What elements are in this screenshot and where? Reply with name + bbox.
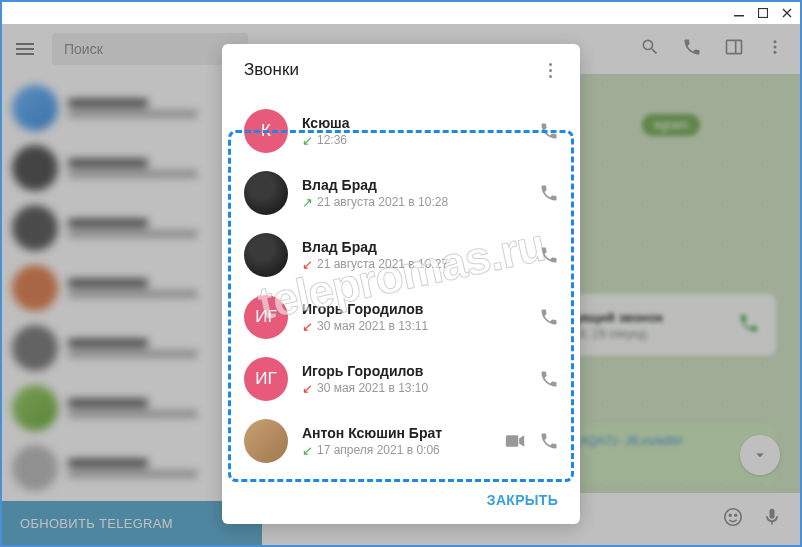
call-item[interactable]: ИГИгорь Городилов↙30 мая 2021 в 13:10 xyxy=(222,348,580,410)
call-info: Влад Брад↗21 августа 2021 в 10:28 xyxy=(302,177,524,209)
call-name: Ксюша xyxy=(302,115,524,131)
close-window-button[interactable] xyxy=(780,6,794,20)
phone-icon[interactable] xyxy=(538,306,560,328)
direction-icon: ↙ xyxy=(302,320,313,333)
call-time: 17 апреля 2021 в 0:06 xyxy=(317,443,440,457)
call-list: ККсюша↙12:36Влад Брад↗21 августа 2021 в … xyxy=(222,96,580,476)
call-time: 21 августа 2021 в 10:28 xyxy=(317,195,448,209)
call-time: 21 августа 2021 в 10:27 xyxy=(317,257,448,271)
call-info: Ксюша↙12:36 xyxy=(302,115,524,147)
modal-title: Звонки xyxy=(244,60,299,80)
call-name: Влад Брад xyxy=(302,177,524,193)
more-icon[interactable] xyxy=(543,57,558,84)
call-name: Влад Брад xyxy=(302,239,524,255)
call-meta: ↙30 мая 2021 в 13:11 xyxy=(302,319,524,333)
phone-icon[interactable] xyxy=(538,430,560,452)
svg-rect-1 xyxy=(759,9,768,18)
phone-icon[interactable] xyxy=(538,182,560,204)
direction-icon: ↙ xyxy=(302,258,313,271)
calls-modal: Звонки ККсюша↙12:36Влад Брад↗21 августа … xyxy=(222,44,580,524)
call-info: Игорь Городилов↙30 мая 2021 в 13:11 xyxy=(302,301,524,333)
phone-icon[interactable] xyxy=(538,120,560,142)
avatar: К xyxy=(244,109,288,153)
call-name: Игорь Городилов xyxy=(302,363,524,379)
call-meta: ↙30 мая 2021 в 13:10 xyxy=(302,381,524,395)
call-time: 30 мая 2021 в 13:10 xyxy=(317,381,428,395)
call-item[interactable]: ИГИгорь Городилов↙30 мая 2021 в 13:11 xyxy=(222,286,580,348)
direction-icon: ↗ xyxy=(302,196,313,209)
titlebar xyxy=(2,2,800,24)
call-name: Игорь Городилов xyxy=(302,301,524,317)
avatar: ИГ xyxy=(244,357,288,401)
call-meta: ↙21 августа 2021 в 10:27 xyxy=(302,257,524,271)
close-button[interactable]: ЗАКРЫТЬ xyxy=(487,492,558,508)
maximize-button[interactable] xyxy=(756,6,770,20)
phone-icon[interactable] xyxy=(538,244,560,266)
avatar: ИГ xyxy=(244,295,288,339)
call-meta: ↙17 апреля 2021 в 0:06 xyxy=(302,443,490,457)
call-item[interactable]: ККсюша↙12:36 xyxy=(222,100,580,162)
direction-icon: ↙ xyxy=(302,382,313,395)
modal-header: Звонки xyxy=(222,44,580,96)
call-time: 30 мая 2021 в 13:11 xyxy=(317,319,428,333)
modal-footer: ЗАКРЫТЬ xyxy=(222,476,580,524)
call-item[interactable]: Влад Брад↙21 августа 2021 в 10:27 xyxy=(222,224,580,286)
avatar xyxy=(244,233,288,277)
svg-rect-10 xyxy=(506,435,518,447)
direction-icon: ↙ xyxy=(302,444,313,457)
call-meta: ↗21 августа 2021 в 10:28 xyxy=(302,195,524,209)
call-time: 12:36 xyxy=(317,133,347,147)
window-controls xyxy=(732,6,794,20)
phone-icon[interactable] xyxy=(538,368,560,390)
call-info: Антон Ксюшин Брат↙17 апреля 2021 в 0:06 xyxy=(302,425,490,457)
call-item[interactable]: Антон Ксюшин Брат↙17 апреля 2021 в 0:06 xyxy=(222,410,580,472)
avatar xyxy=(244,419,288,463)
call-meta: ↙12:36 xyxy=(302,133,524,147)
video-icon[interactable] xyxy=(504,430,526,452)
call-item[interactable]: Влад Брад↗21 августа 2021 в 10:28 xyxy=(222,162,580,224)
direction-icon: ↙ xyxy=(302,134,313,147)
avatar xyxy=(244,171,288,215)
call-name: Антон Ксюшин Брат xyxy=(302,425,490,441)
svg-rect-0 xyxy=(734,15,744,17)
minimize-button[interactable] xyxy=(732,6,746,20)
call-info: Игорь Городилов↙30 мая 2021 в 13:10 xyxy=(302,363,524,395)
call-info: Влад Брад↙21 августа 2021 в 10:27 xyxy=(302,239,524,271)
